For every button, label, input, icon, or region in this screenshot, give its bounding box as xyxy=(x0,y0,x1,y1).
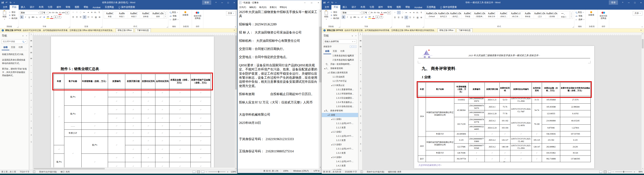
char-shading-icon[interactable]: A xyxy=(54,16,58,19)
dialog-launcher-icon[interactable] xyxy=(166,26,168,28)
numbering-icon[interactable]: ⁙ xyxy=(397,11,400,14)
nav-tree-item[interactable]: 1.4.1 合同LHYT-... xyxy=(322,160,358,164)
zoom-in-icon[interactable]: + xyxy=(227,170,228,173)
nav-tree-item[interactable]: 1.2.2 发票 xyxy=(322,138,358,142)
shading-icon[interactable]: ▨ xyxy=(416,16,419,19)
nav-tree-item[interactable]: 1.3.2 发票 xyxy=(322,151,358,155)
tree-expanded-icon[interactable]: ◢ xyxy=(330,156,332,158)
asian-layout-icon[interactable]: ≋ xyxy=(412,11,416,14)
change-case-icon[interactable]: Aa xyxy=(55,11,58,14)
maximize-button[interactable]: □ xyxy=(308,0,315,5)
nav-tab-页面[interactable]: 页面 xyxy=(9,45,17,50)
zoom-out-icon[interactable]: − xyxy=(612,170,614,173)
document-page[interactable]: 华 科 2025 年大庆油田二级物资集中招标丢手接头等一般试采工具-投标文件↵ … xyxy=(414,46,594,168)
borders-icon[interactable]: ⊞ xyxy=(420,16,423,19)
zoom-percentage[interactable]: 128% xyxy=(230,170,236,173)
ribbon-tab-文件[interactable]: 文件 xyxy=(322,5,332,10)
align-left-icon[interactable]: ☰ xyxy=(72,16,75,18)
shading-icon[interactable]: ▨ xyxy=(94,16,98,18)
horizontal-ruler[interactable] xyxy=(363,32,641,36)
status-segment[interactable]: 7/114 个字 xyxy=(20,170,29,173)
nav-tree-item[interactable]: 1.2.1 合同LHYT-... xyxy=(322,134,358,138)
style-item[interactable]: AaBbCcDc↓普通(网... xyxy=(474,11,486,18)
redo-icon[interactable]: ↻ xyxy=(332,1,334,4)
style-item[interactable]: AaBbCcDdE↓表内正... xyxy=(450,11,462,18)
scroll-down-icon[interactable]: ▼ xyxy=(642,167,643,170)
save-to-baidu-button[interactable]: 保存到百度网盘 xyxy=(193,10,202,20)
learn-more-button[interactable]: 了解详细信息 xyxy=(135,28,151,32)
highlight-icon[interactable]: ab xyxy=(46,15,50,19)
zoom-out-icon[interactable]: − xyxy=(206,170,207,173)
font-size-box[interactable]: 三号∨ xyxy=(362,11,370,15)
tree-expanded-icon[interactable]: ◢ xyxy=(327,72,329,74)
subscript-icon[interactable]: x₂ xyxy=(357,16,360,18)
paste-button[interactable]: 粘贴 ∨ xyxy=(1,10,8,20)
styles-gallery-more-icon[interactable]: ∧∨▾ xyxy=(164,11,167,18)
minimize-button[interactable]: ─ xyxy=(302,0,308,5)
tree-expanded-icon[interactable]: ◢ xyxy=(330,169,332,170)
numbering-icon[interactable]: ⁙ xyxy=(75,11,78,14)
proofing-icon[interactable] xyxy=(33,170,35,173)
nav-tree-item[interactable]: ◢1.1 业绩1 xyxy=(322,117,358,121)
tree-expanded-icon[interactable]: ◢ xyxy=(327,114,329,116)
scroll-up-icon[interactable]: ▲ xyxy=(236,32,236,35)
nav-search-input[interactable]: 投标人自律守则 × ∨ xyxy=(324,39,356,44)
next-result-icon[interactable]: ∨ xyxy=(354,46,356,48)
bold-icon[interactable]: B xyxy=(20,16,24,19)
get-genuine-button[interactable]: 获取正版 Office xyxy=(116,28,133,32)
ribbon-tab-帮助[interactable]: 帮助 xyxy=(82,5,90,10)
status-segment[interactable]: 第 30 页，共 525 页 xyxy=(323,170,341,173)
style-item[interactable]: AaBbCcDc↓Default xyxy=(426,11,438,18)
text-effects-icon[interactable]: A xyxy=(43,16,46,18)
redo-icon[interactable]: ↻ xyxy=(10,1,12,4)
replace-button[interactable]: ab替换 xyxy=(170,14,178,18)
print-layout-icon[interactable] xyxy=(604,170,606,173)
italic-icon[interactable]: I xyxy=(24,16,27,18)
dialog-launcher-icon[interactable] xyxy=(68,26,70,28)
font-color-icon[interactable]: A xyxy=(372,15,375,19)
nav-tree-item[interactable]: ◢九、 商务评审资料 xyxy=(322,109,358,113)
web-layout-icon[interactable] xyxy=(202,170,204,173)
dialog-launcher-icon[interactable] xyxy=(572,26,574,28)
select-button[interactable]: ▷选择∨ xyxy=(576,18,584,21)
nav-dropdown-icon[interactable]: ∨ xyxy=(352,35,353,37)
ribbon-tab-引用[interactable]: 引用 xyxy=(46,5,54,10)
char-shading-icon[interactable]: A xyxy=(376,16,379,19)
learn-more-button[interactable]: 了解详细信息 xyxy=(457,28,472,32)
save-to-baidu-button[interactable]: 保存到百度网盘 xyxy=(599,10,608,20)
menu-查看(V)[interactable]: 查看(V) xyxy=(268,5,278,10)
status-segment[interactable]: 修订: 关闭 xyxy=(60,170,70,173)
ribbon-tab-审阅[interactable]: 审阅 xyxy=(64,5,72,10)
vertical-ruler[interactable]: 4224681012141618202224262830 xyxy=(359,36,362,170)
ribbon-tab-百度网盘[interactable]: 百度网盘 xyxy=(424,5,438,10)
ribbon-display-options-icon[interactable]: ^ xyxy=(620,0,626,5)
tell-me-search[interactable]: 操作说明搜索 xyxy=(116,5,137,10)
style-item[interactable]: AaBbC副标题 xyxy=(140,11,152,18)
ribbon-tab-开始[interactable]: 开始 xyxy=(332,5,340,10)
nav-tree-item[interactable]: 1.3.3 职业健康安... xyxy=(322,96,358,100)
tree-expanded-icon[interactable]: ◢ xyxy=(324,110,326,112)
notepad-title-bar[interactable]: *无标题 - 记事本 ─ □ × xyxy=(238,0,322,5)
ribbon-tab-Acrobat[interactable]: Acrobat xyxy=(412,5,424,10)
nav-tree-item[interactable]: 1.1.2 发票 xyxy=(322,126,358,130)
zoom-percentage[interactable]: 98% xyxy=(636,170,643,173)
share-button[interactable]: 共享∨ xyxy=(633,11,642,16)
style-item[interactable]: AaBbCcDd强调 xyxy=(152,11,164,18)
font-color-icon[interactable]: A xyxy=(50,15,53,19)
ribbon-tab-插入[interactable]: 插入 xyxy=(340,5,349,10)
ribbon-display-options-icon[interactable]: ^ xyxy=(213,0,219,5)
style-item[interactable]: AaBbC节标题 xyxy=(462,11,474,18)
ribbon-tab-设计[interactable]: 设计 xyxy=(28,5,36,10)
ribbon-tab-布局[interactable]: 布局 xyxy=(36,5,46,10)
ribbon-tab-插入[interactable]: 插入 xyxy=(18,5,28,10)
vertical-scrollbar[interactable]: ▲ ▼ xyxy=(234,32,237,170)
format-painter-button[interactable]: ✏格式刷 xyxy=(330,17,339,20)
paste-button[interactable]: 粘贴 ∨ xyxy=(323,10,330,20)
align-center-icon[interactable]: ☰ xyxy=(75,16,78,18)
undo-icon[interactable]: ↶ xyxy=(327,1,329,4)
clear-format-icon[interactable]: A xyxy=(380,11,383,14)
char-border-icon[interactable]: A xyxy=(387,11,391,14)
distribute-icon[interactable]: ☷ xyxy=(408,16,412,19)
grow-font-icon[interactable]: A˄ xyxy=(49,11,52,14)
dialog-launcher-icon[interactable] xyxy=(17,26,18,28)
